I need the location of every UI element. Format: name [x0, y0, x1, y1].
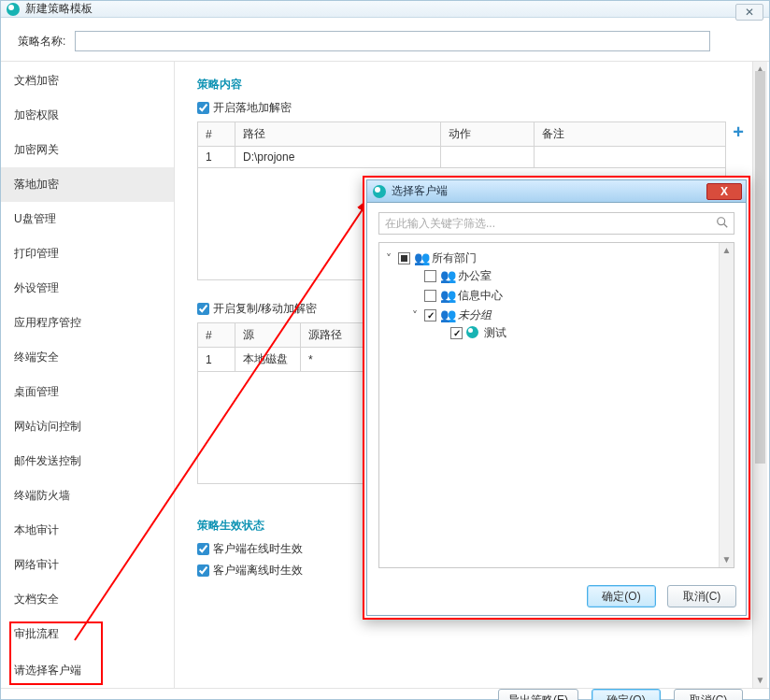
scroll-down-icon[interactable]: ▼ — [720, 552, 734, 567]
sidebar-item-mail-control[interactable]: 邮件发送控制 — [1, 444, 174, 479]
td-num: 1 — [198, 147, 235, 168]
group-icon: 👥 — [414, 251, 428, 265]
tree-scrollbar[interactable]: ▲ ▼ — [719, 243, 734, 567]
dialog-cancel-button[interactable]: 取消(C) — [667, 585, 736, 607]
chk-effect-online[interactable] — [197, 543, 209, 555]
policy-name-input[interactable] — [75, 31, 710, 51]
chk-enable-landing-label: 开启落地加解密 — [213, 100, 292, 116]
client-icon — [466, 326, 480, 340]
th-num: # — [198, 323, 235, 348]
chk-effect-offline-label: 客户端离线时生效 — [213, 563, 303, 579]
sidebar-item-app-control[interactable]: 应用程序管控 — [1, 306, 174, 340]
th-src: 源 — [235, 323, 301, 348]
sidebar-item-desktop[interactable]: 桌面管理 — [1, 375, 174, 409]
select-client-dialog: 选择客户端 X ˅ 👥 所有部门 — [363, 176, 750, 620]
search-icon[interactable] — [716, 216, 729, 229]
checkbox-unchecked[interactable] — [424, 270, 436, 282]
td-remark — [535, 147, 726, 168]
sidebar-item-print[interactable]: 打印管理 — [1, 236, 174, 271]
scroll-up-icon[interactable]: ▲ — [720, 243, 734, 258]
tree-label: 所有部门 — [432, 250, 477, 266]
group-icon: 👥 — [440, 289, 454, 303]
svg-line-2 — [724, 224, 728, 228]
sidebar-item-local-audit[interactable]: 本地审计 — [1, 513, 174, 548]
sidebar: 文档加密 加密权限 加密网关 落地加密 U盘管理 打印管理 外设管理 应用程序管… — [1, 62, 175, 688]
scroll-thumb[interactable] — [755, 71, 765, 464]
sidebar-item-usb[interactable]: U盘管理 — [1, 202, 174, 236]
chk-enable-copy-label: 开启复制/移动加解密 — [213, 301, 317, 317]
chevron-down-icon[interactable]: ˅ — [409, 309, 421, 322]
svg-point-1 — [718, 218, 725, 225]
td-path: D:\projone — [235, 147, 441, 168]
window-title: 新建策略模板 — [25, 1, 93, 17]
landing-table: # 路径 动作 备注 1 D:\projone — [197, 121, 726, 168]
group-icon: 👥 — [440, 308, 454, 322]
sidebar-item-doc-security[interactable]: 文档安全 — [1, 582, 174, 617]
dialog-footer: 确定(O) 取消(C) — [367, 578, 746, 615]
tree-node-info-center[interactable]: 👥 信息中心 — [409, 288, 730, 304]
tree-label: 未分组 — [458, 307, 492, 323]
tree-label: 测试 — [484, 325, 506, 341]
sidebar-item-web-control[interactable]: 网站访问控制 — [1, 409, 174, 444]
checkbox-checked[interactable] — [450, 327, 463, 339]
dialog-close-button[interactable]: X — [706, 183, 742, 200]
chk-enable-landing[interactable] — [197, 102, 209, 114]
policy-name-label: 策略名称: — [18, 34, 65, 50]
tree-label: 办公室 — [458, 268, 492, 284]
th-num: # — [198, 122, 235, 147]
main-scrollbar[interactable]: ▲ ▼ — [752, 62, 767, 688]
sidebar-item-encrypt-perm[interactable]: 加密权限 — [1, 98, 174, 133]
tree-node-test[interactable]: 测试 — [435, 325, 730, 341]
table-row[interactable]: 1 D:\projone — [198, 147, 726, 168]
sidebar-choose-client[interactable]: 请选择客户端 — [1, 653, 174, 688]
td-src: 本地磁盘 — [235, 348, 301, 372]
scroll-down-icon[interactable]: ▼ — [753, 673, 767, 688]
app-icon — [373, 185, 386, 198]
sidebar-item-doc-encrypt[interactable]: 文档加密 — [1, 64, 174, 98]
chk-enable-copy[interactable] — [197, 303, 209, 315]
tree-label: 信息中心 — [458, 288, 503, 304]
sidebar-item-approval[interactable]: 审批流程 — [1, 617, 174, 651]
table-header-row: # 路径 动作 备注 — [198, 122, 726, 147]
app-icon — [7, 3, 20, 16]
ok-button[interactable]: 确定(O) — [592, 689, 661, 700]
export-policy-button[interactable]: 导出策略(E) — [498, 689, 578, 700]
section-content-title: 策略内容 — [197, 77, 747, 93]
policy-name-row: 策略名称: — [1, 18, 769, 61]
sidebar-item-net-audit[interactable]: 网络审计 — [1, 548, 174, 582]
search-wrap — [378, 212, 734, 235]
chk-effect-online-label: 客户端在线时生效 — [213, 541, 303, 557]
dialog-ok-button[interactable]: 确定(O) — [587, 585, 656, 607]
th-path: 路径 — [235, 122, 441, 147]
tree-node-office[interactable]: 👥 办公室 — [409, 268, 730, 284]
td-action — [441, 147, 535, 168]
dialog-title: 选择客户端 — [392, 183, 448, 199]
th-action: 动作 — [441, 122, 535, 147]
tree-node-all-depts[interactable]: ˅ 👥 所有部门 — [383, 250, 730, 266]
checkbox-checked[interactable] — [424, 309, 436, 321]
checkbox-unchecked[interactable] — [424, 290, 436, 302]
group-icon: 👥 — [440, 269, 454, 283]
cancel-button[interactable]: 取消(C) — [674, 689, 743, 700]
search-input[interactable] — [378, 212, 734, 235]
sidebar-item-peripheral[interactable]: 外设管理 — [1, 271, 174, 306]
window-close-button[interactable]: ✕ — [735, 4, 763, 21]
add-landing-row-button[interactable]: + — [730, 121, 747, 143]
th-remark: 备注 — [535, 122, 726, 147]
sidebar-item-landing[interactable]: 落地加密 — [1, 167, 174, 202]
titlebar: 新建策略模板 ✕ — [1, 1, 769, 18]
tree-node-ungrouped[interactable]: ˅ 👥 未分组 — [409, 307, 730, 323]
sidebar-item-endpoint-sec[interactable]: 终端安全 — [1, 340, 174, 375]
dialog-body: ˅ 👥 所有部门 👥 办公室 — [367, 203, 746, 578]
sidebar-item-encrypt-gw[interactable]: 加密网关 — [1, 133, 174, 167]
dialog-titlebar: 选择客户端 X — [367, 180, 746, 203]
footer: 导出策略(E) 确定(O) 取消(C) — [1, 688, 769, 700]
client-tree: ˅ 👥 所有部门 👥 办公室 — [378, 242, 734, 568]
chevron-down-icon[interactable]: ˅ — [383, 252, 394, 265]
checkbox-indeterminate[interactable] — [398, 252, 410, 264]
sidebar-item-firewall[interactable]: 终端防火墙 — [1, 479, 174, 513]
td-num: 1 — [198, 348, 235, 372]
chk-effect-offline[interactable] — [197, 564, 209, 577]
